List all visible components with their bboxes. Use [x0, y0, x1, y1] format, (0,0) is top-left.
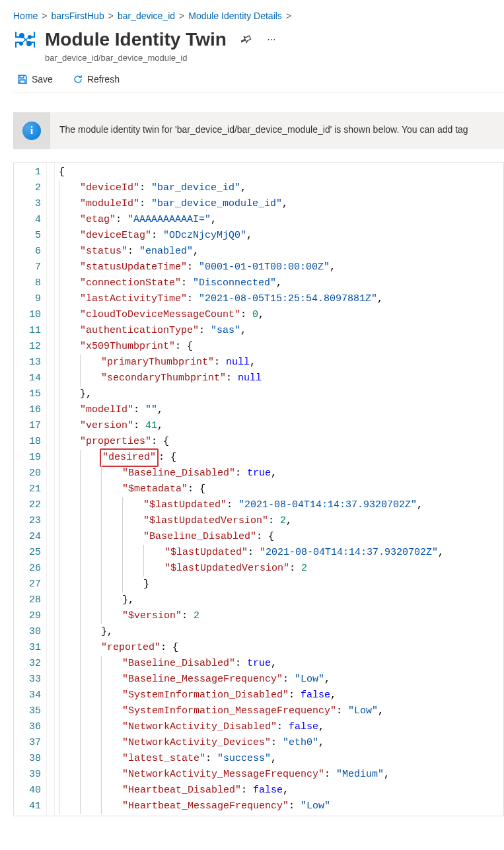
chevron-right-icon: >: [42, 11, 47, 21]
more-button[interactable]: ···: [262, 30, 281, 49]
breadcrumb: Home > barsFirstHub > bar_device_id > Mo…: [13, 11, 504, 21]
svg-point-1: [28, 35, 32, 39]
code-area[interactable]: {"deviceId": "bar_device_id","moduleId":…: [55, 163, 503, 816]
line-gutter: 1234567891011121314151617181920212223242…: [14, 163, 47, 816]
save-label: Save: [32, 74, 53, 85]
save-button[interactable]: Save: [13, 73, 57, 85]
json-editor[interactable]: 1234567891011121314151617181920212223242…: [13, 162, 504, 816]
breadcrumb-item-module-details[interactable]: Module Identity Details: [188, 11, 282, 21]
info-icon: i: [22, 122, 41, 140]
breadcrumb-item-device[interactable]: bar_device_id: [118, 11, 175, 21]
info-text: The module identity twin for 'bar_device…: [50, 112, 478, 149]
fold-column: [47, 163, 55, 816]
pin-button[interactable]: [237, 30, 256, 49]
refresh-label: Refresh: [87, 74, 120, 85]
ellipsis-icon: ···: [267, 34, 275, 46]
page-title: Module Identity Twin: [45, 29, 227, 50]
refresh-button[interactable]: Refresh: [69, 73, 124, 85]
page-subtitle: bar_device_id/bar_device_module_id: [45, 53, 504, 63]
chevron-right-icon: >: [179, 11, 184, 21]
toolbar: Save Refresh: [13, 71, 504, 92]
divider: [13, 92, 504, 92]
info-banner: i The module identity twin for 'bar_devi…: [13, 112, 504, 149]
chevron-right-icon: >: [108, 11, 114, 21]
chevron-right-icon: >: [286, 11, 291, 21]
breadcrumb-item-home[interactable]: Home: [13, 11, 38, 21]
resource-icon: [13, 28, 37, 52]
save-icon: [17, 74, 28, 85]
refresh-icon: [73, 74, 83, 85]
breadcrumb-item-hub[interactable]: barsFirstHub: [52, 11, 104, 21]
pin-icon: [241, 34, 252, 45]
